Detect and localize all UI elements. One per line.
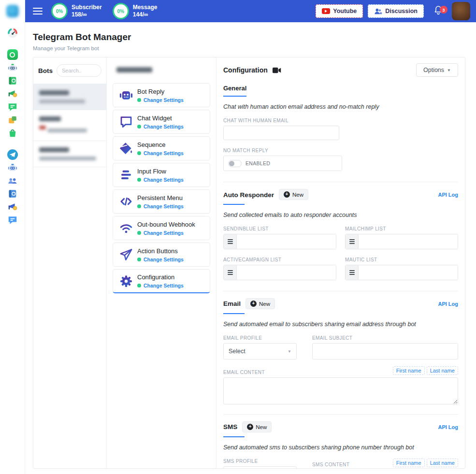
bot-subtitle-redacted: [39, 157, 96, 160]
mautic-list-input[interactable]: [359, 265, 458, 280]
auto-responder-new-button[interactable]: +New: [279, 189, 308, 200]
menu-item-persistent-menu[interactable]: Persistent Menu Change Settings: [113, 189, 210, 214]
last-name-tag-button[interactable]: Last name: [427, 459, 458, 467]
configuration-panel: Configuration Options▼ General Chat with…: [216, 57, 465, 468]
notifications-button[interactable]: 3: [433, 5, 443, 17]
change-settings-link[interactable]: Change Settings: [144, 257, 184, 262]
people-icon: [374, 8, 382, 15]
chat-with-human-email-input[interactable]: [223, 126, 339, 140]
user-avatar[interactable]: [452, 2, 470, 20]
bot-list-item[interactable]: [33, 110, 106, 141]
bars-icon: [119, 168, 133, 182]
integrations-icon[interactable]: [6, 114, 19, 126]
list-menu-icon[interactable]: [346, 265, 359, 280]
whatsapp-icon[interactable]: [6, 48, 19, 61]
list-menu-icon[interactable]: [224, 234, 237, 249]
sms-description: Send automated sms to subscribers sharin…: [223, 444, 458, 451]
menu-item-label: Persistent Menu: [137, 194, 184, 201]
change-settings-link[interactable]: Change Settings: [144, 283, 184, 288]
change-settings-link[interactable]: Change Settings: [144, 150, 184, 156]
telegram-broadcast-icon[interactable]: [6, 201, 19, 213]
email-title: Email: [223, 300, 241, 307]
menu-item-outbound-webhook[interactable]: Out-bound Webhook Change Settings: [113, 216, 210, 240]
message-metric: 0% Message144/∞: [113, 3, 158, 19]
hamburger-menu-icon[interactable]: [33, 6, 43, 16]
telegram-contacts-icon[interactable]: [6, 187, 19, 200]
chat-with-human-email-label: CHAT WITH HUMAN EMAIL: [223, 118, 458, 123]
bot-name-redacted: [39, 116, 61, 121]
sendinblue-list-field: [223, 234, 336, 249]
menu-item-label: Sequence: [137, 141, 184, 148]
whatsapp-bot-icon[interactable]: [6, 61, 19, 74]
telegram-bot-icon[interactable]: [6, 161, 19, 174]
sms-api-log-link[interactable]: API Log: [438, 424, 458, 430]
status-dot: [137, 151, 141, 155]
email-content-textarea[interactable]: [223, 377, 458, 404]
no-match-reply-label: NO MATCH REPLY: [223, 148, 458, 153]
menu-item-configuration[interactable]: Configuration Change Settings: [113, 269, 210, 293]
email-profile-select[interactable]: Select▼: [223, 343, 297, 359]
sms-new-button[interactable]: +New: [242, 421, 272, 432]
gauge-icon: [7, 27, 18, 39]
email-api-log-link[interactable]: API Log: [438, 301, 458, 307]
dashboard-gauge-icon[interactable]: [6, 27, 19, 39]
activecampaign-list-input[interactable]: [237, 265, 336, 280]
whatsapp-broadcast-icon[interactable]: [6, 87, 19, 100]
settings-menu: Bot Reply Change Settings Chat Widget Ch…: [107, 57, 216, 468]
list-menu-icon[interactable]: [224, 265, 237, 280]
menu-item-chat-widget[interactable]: Chat Widget Change Settings: [113, 110, 210, 134]
last-name-tag-button[interactable]: Last name: [427, 366, 458, 375]
page-subtitle: Manage your Telegram bot: [33, 45, 131, 51]
telegram-chat-icon[interactable]: [6, 214, 19, 226]
config-title: Configuration: [223, 66, 268, 74]
app-logo[interactable]: [6, 5, 19, 17]
menu-item-sequence[interactable]: Sequence Change Settings: [113, 136, 210, 160]
email-subject-input[interactable]: [312, 343, 458, 359]
list-menu-icon[interactable]: [346, 234, 359, 249]
whatsapp-contacts-icon[interactable]: [6, 74, 19, 87]
menu-item-bot-reply[interactable]: Bot Reply Change Settings: [113, 83, 210, 107]
enabled-toggle[interactable]: [228, 160, 242, 167]
change-settings-link[interactable]: Change Settings: [144, 177, 184, 183]
first-name-tag-button[interactable]: First name: [393, 459, 425, 467]
change-settings-link[interactable]: Change Settings: [144, 97, 184, 103]
subscriber-metric: 0% Subscriber158/∞: [51, 3, 102, 19]
options-button[interactable]: Options▼: [416, 63, 458, 77]
message-label: Message: [133, 4, 158, 11]
mailchimp-list-label: MAILCHIMP LIST: [345, 226, 458, 231]
bots-search-input[interactable]: [57, 64, 101, 77]
telegram-icon[interactable]: [6, 148, 19, 161]
menu-item-input-flow[interactable]: Input Flow Change Settings: [113, 163, 210, 187]
plus-icon: +: [284, 191, 290, 198]
bot-name-redacted: [39, 147, 69, 152]
video-camera-icon[interactable]: [273, 67, 281, 73]
status-dot: [137, 178, 141, 182]
change-settings-link[interactable]: Change Settings: [144, 203, 184, 209]
change-settings-link[interactable]: Change Settings: [144, 230, 184, 236]
first-name-tag-button[interactable]: First name: [393, 366, 425, 375]
email-new-button[interactable]: +New: [245, 298, 275, 309]
sms-profile-select[interactable]: Select▼: [223, 466, 297, 468]
telegram-group-icon[interactable]: [6, 174, 19, 187]
tab-underline: [223, 204, 245, 205]
auto-responder-api-log-link[interactable]: API Log: [438, 192, 458, 198]
sendinblue-list-input[interactable]: [237, 234, 336, 249]
mailchimp-list-field: [345, 234, 458, 249]
bot-list-item[interactable]: [33, 141, 106, 167]
tab-general[interactable]: General: [223, 85, 246, 97]
page-title: Telegram Bot Manager: [33, 32, 131, 43]
shop-icon[interactable]: [6, 127, 19, 139]
discussion-button[interactable]: Discussion: [368, 4, 424, 18]
plus-icon: +: [250, 301, 257, 307]
status-dot: [137, 284, 141, 287]
app-screen: 0% Subscriber158/∞ 0% Message144/∞ Youtu…: [0, 0, 476, 474]
app-rail: [0, 0, 25, 474]
menu-item-label: Input Flow: [137, 168, 184, 175]
bot-list-item[interactable]: [33, 84, 106, 110]
youtube-button[interactable]: Youtube: [316, 4, 363, 18]
mailchimp-list-input[interactable]: [359, 234, 458, 249]
menu-item-action-buttons[interactable]: Action Buttons Change Settings: [113, 243, 210, 267]
subscriber-label: Subscriber: [72, 4, 102, 11]
whatsapp-chat-icon[interactable]: [6, 101, 19, 113]
change-settings-link[interactable]: Change Settings: [144, 124, 184, 129]
